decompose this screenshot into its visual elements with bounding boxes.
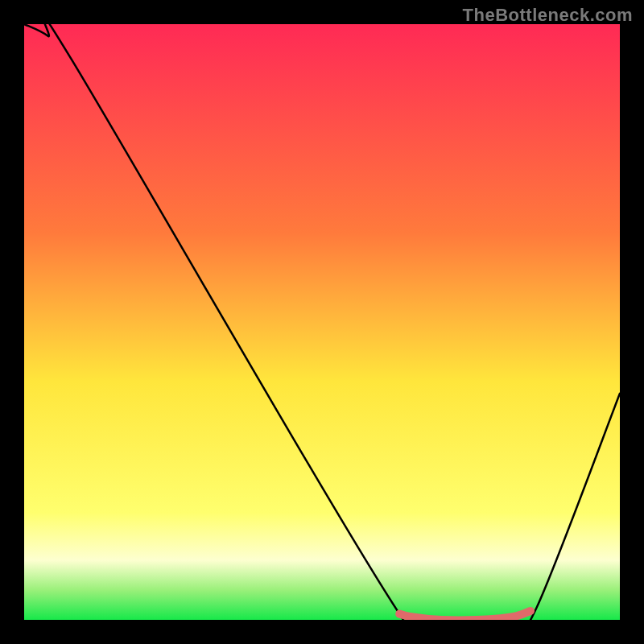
flat-highlight xyxy=(399,611,530,620)
plot-area xyxy=(24,24,620,620)
bottleneck-curve xyxy=(24,24,620,620)
curve-layer xyxy=(24,24,620,620)
chart-frame: TheBottleneck.com xyxy=(0,0,644,644)
watermark-text: TheBottleneck.com xyxy=(463,5,633,26)
